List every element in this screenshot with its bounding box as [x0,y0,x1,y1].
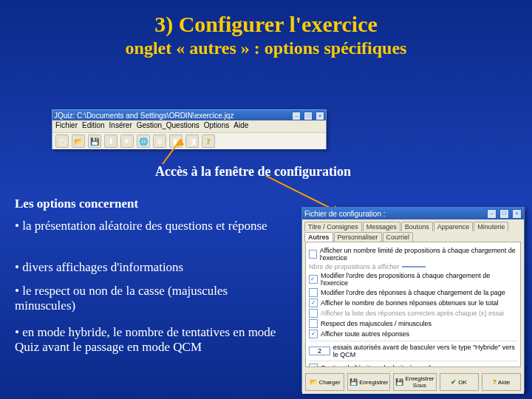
cb-showcount[interactable]: ✓ [309,299,318,307]
hybrid-attempts-input[interactable]: 2 [309,347,330,355]
help-icon[interactable]: ? [202,134,215,148]
menu-help[interactable]: Aide [233,121,248,132]
config-dialog: Fichier de configuration : – □ × Titre /… [301,207,525,392]
toolbar-misc-icon[interactable]: ◧ [169,134,183,148]
ok-button[interactable]: ✔OK [440,373,479,391]
dialog-button-bar: 📂Charger 💾Enregistrer 💾Enregistrer Sous … [302,370,524,394]
save-button[interactable]: 💾Enregistrer [347,373,390,391]
tab-messages[interactable]: Messages [363,222,400,231]
save-as-button[interactable]: 💾Enregistrer Sous [393,373,436,391]
jquiz-main-window: JQuiz: C:\Documents and Settings\ORDIN\e… [52,109,327,149]
minimize-icon[interactable]: – [487,209,497,219]
slide-title: 3) Configurer l'exercice [0,0,532,37]
load-button[interactable]: 📂Charger [305,373,344,391]
menu-questions[interactable]: Gestion_Questions [137,121,200,132]
help-icon: ? [493,378,497,386]
jquiz-window-title: JQuiz: C:\Documents and Settings\ORDIN\e… [54,112,233,120]
close-icon[interactable]: × [316,112,324,120]
cb-shuffle-a[interactable] [309,288,318,297]
preview-icon[interactable]: 👁 [120,134,134,148]
bullet-4: • en mode hybride, le nombre de tentativ… [15,325,288,355]
menubar: Fichier Edition Insérer Gestion_Question… [52,120,326,132]
cb-showlist[interactable] [309,309,318,318]
cb-showcount-label: Afficher le nombre de bonnes réponses ob… [321,299,499,307]
tab-email[interactable]: Courriel [383,232,414,242]
tab-buttons[interactable]: Boutons [401,222,433,231]
folder-open-icon: 📂 [310,378,318,386]
help-button[interactable]: ?Aide [482,373,521,391]
menu-file[interactable]: Fichier [55,121,78,132]
tab-appearance[interactable]: Apparence [434,222,474,231]
maximize-icon[interactable]: □ [304,112,313,120]
cb-shuffle-q[interactable]: ✓ [309,275,318,284]
cb-showall[interactable]: ✓ [309,330,318,338]
window-controls: – □ × [291,111,324,120]
open-icon[interactable]: 📂 [72,134,85,148]
close-icon[interactable]: × [512,209,522,219]
cb-rtl[interactable] [309,364,318,367]
cb-case[interactable] [309,319,318,328]
menu-edit[interactable]: Edition [82,121,105,132]
tab-others[interactable]: Autres [304,232,333,242]
tab-title[interactable]: Titre / Consignes [304,222,362,231]
cb-shuffle-a-label: Modifier l'ordre des réponses à chaque c… [321,289,505,296]
toolbar: ▢ 📂 💾 ⬇ 👁 🌐 ⚙ ◧ ◨ ? [52,132,326,149]
options-heading: Les options concernent [15,197,138,211]
cb-limit-label: Afficher un nombre limité de proposition… [320,247,517,262]
bullet-2: • divers affichages d'informations [15,260,288,275]
menu-options[interactable]: Options [204,121,229,132]
save-icon[interactable]: 💾 [88,134,101,148]
export-icon[interactable]: ⬇ [104,134,117,148]
cb-case-label: Respect des majuscules / minuscules [321,320,432,327]
config-tabs: Titre / Consignes Messages Boutons Appar… [302,219,524,242]
config-icon[interactable]: ⚙ [153,134,166,148]
hybrid-label: essais autorisés avant de basculer vers … [333,344,517,358]
web-icon[interactable]: 🌐 [137,134,150,148]
bullet-3: • le respect ou non de la casse (majuscu… [15,284,288,313]
tab-customize[interactable]: Personnaliser [334,232,382,242]
menu-insert[interactable]: Insérer [109,121,132,132]
save-icon: 💾 [349,378,358,386]
minimize-icon[interactable]: – [292,112,301,120]
bullet-1: • la présentation aléatoire des question… [15,219,288,233]
limit-input[interactable] [402,266,426,267]
cb-showlist-label: Afficher la liste des réponses correctes… [321,310,504,317]
save-as-icon: 💾 [395,378,403,386]
new-icon[interactable]: ▢ [55,134,69,148]
toolbar-misc2-icon[interactable]: ◨ [185,134,199,148]
cb-shuffle-q-label: Modifier l'ordre des propositions à chaq… [321,272,517,287]
window-controls: – □ × [486,208,522,219]
cb-rtl-label: Gestion de l'écriture de droite à gauche [321,364,437,367]
access-label: Accès à la fenêtre de configuration [155,164,351,180]
tab-others-pane: Afficher un nombre limité de proposition… [305,242,521,367]
cb-limit[interactable] [309,250,317,259]
check-icon: ✔ [451,378,457,386]
limit-label: Nbre de propositions à afficher [309,263,399,270]
slide-subtitle: onglet « autres » : options spécifiques [0,38,532,58]
cb-showall-label: Afficher toute autres réponses [321,330,409,338]
tab-timer[interactable]: Minuterie [474,222,508,231]
maximize-icon[interactable]: □ [499,209,509,219]
config-dialog-title: Fichier de configuration : [304,210,386,218]
